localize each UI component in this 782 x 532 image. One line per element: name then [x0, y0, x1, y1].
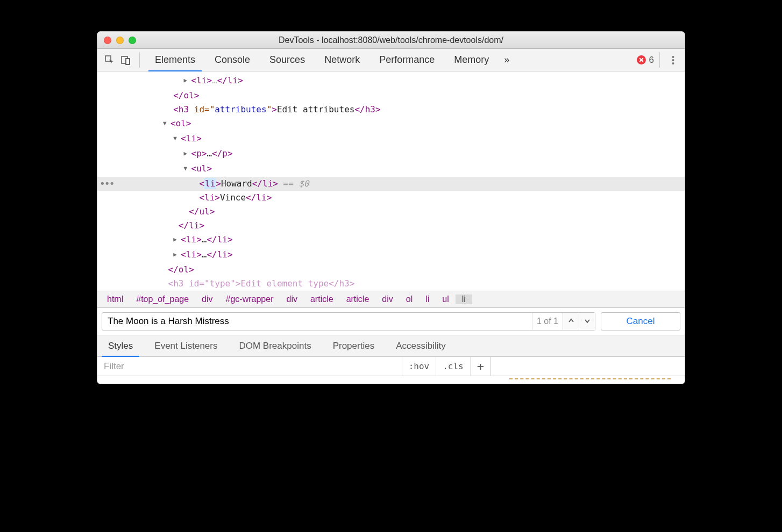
dom-tree[interactable]: <li>…</li> </ol> <h3 id="attributes">Edi…	[97, 71, 685, 291]
svg-rect-2	[126, 59, 130, 64]
tab-network[interactable]: Network	[315, 49, 369, 71]
dom-row[interactable]: <ul>	[97, 162, 685, 177]
main-toolbar: Elements Console Sources Network Perform…	[97, 49, 685, 71]
window-titlebar: DevTools - localhost:8080/web/tools/chro…	[97, 32, 685, 49]
dom-row[interactable]: <ol>	[97, 117, 685, 132]
styles-toolbar: :hov .cls +	[97, 357, 685, 376]
crumb-html[interactable]: html	[101, 294, 130, 304]
toolbar-divider-right	[659, 52, 660, 68]
search-input[interactable]	[102, 316, 532, 327]
toolbar-divider	[139, 52, 140, 68]
traffic-lights	[104, 37, 136, 44]
crumb-div-3[interactable]: div	[375, 294, 399, 304]
error-icon	[637, 55, 646, 64]
selected-overflow-icon[interactable]: •••	[99, 177, 114, 191]
minimize-window-button[interactable]	[116, 37, 124, 44]
dom-row[interactable]: </ol>	[97, 263, 685, 277]
new-style-rule-button[interactable]: +	[470, 357, 490, 376]
window-title: DevTools - localhost:8080/web/tools/chro…	[97, 35, 685, 45]
styles-sidebar-gap	[491, 357, 685, 376]
dom-row[interactable]: <li>	[97, 132, 685, 147]
subtab-event-listeners[interactable]: Event Listeners	[144, 335, 228, 356]
crumb-div[interactable]: div	[195, 294, 219, 304]
crumb-li[interactable]: li	[419, 294, 436, 304]
dom-row[interactable]: <p>…</p>	[97, 147, 685, 162]
inspect-element-icon[interactable]	[102, 49, 118, 71]
search-next-button[interactable]	[579, 313, 595, 330]
tab-sources[interactable]: Sources	[260, 49, 315, 71]
crumb-ol[interactable]: ol	[400, 294, 419, 304]
search-box: 1 of 1	[102, 312, 595, 330]
devtools-window: DevTools - localhost:8080/web/tools/chro…	[97, 31, 685, 384]
tab-memory[interactable]: Memory	[444, 49, 499, 71]
dom-row[interactable]: <h3 id="type">Edit element type</h3>	[97, 277, 685, 291]
subtab-properties[interactable]: Properties	[322, 335, 385, 356]
dom-row[interactable]: <h3 id="attributes">Edit attributes</h3>	[97, 103, 685, 117]
crumb-top-of-page[interactable]: #top_of_page	[130, 294, 195, 304]
dom-row[interactable]: </li>	[97, 219, 685, 233]
dom-row[interactable]: </ol>	[97, 89, 685, 103]
svg-point-5	[672, 59, 674, 61]
tab-performance[interactable]: Performance	[369, 49, 444, 71]
error-counter[interactable]: 6	[637, 49, 654, 71]
error-count: 6	[649, 55, 654, 66]
crumb-article[interactable]: article	[304, 294, 340, 304]
box-model-margin-edge	[509, 378, 671, 380]
svg-point-6	[672, 62, 674, 64]
search-result-count: 1 of 1	[532, 313, 563, 330]
device-toolbar-icon[interactable]	[118, 49, 134, 71]
toggle-classes-button[interactable]: .cls	[436, 357, 470, 376]
zoom-window-button[interactable]	[129, 37, 136, 44]
crumb-article-2[interactable]: article	[340, 294, 376, 304]
box-model-peek	[97, 376, 685, 384]
tabs-overflow-button[interactable]: »	[499, 49, 515, 71]
search-prev-button[interactable]	[563, 313, 579, 330]
dom-row[interactable]: </ul>	[97, 205, 685, 219]
dom-row-selected[interactable]: ••• <li>Howard</li> == $0	[97, 177, 685, 191]
tab-console[interactable]: Console	[205, 49, 260, 71]
crumb-div-2[interactable]: div	[280, 294, 304, 304]
subtab-styles[interactable]: Styles	[97, 335, 144, 356]
dom-row[interactable]: <li>Vince</li>	[97, 191, 685, 205]
subtab-dom-breakpoints[interactable]: DOM Breakpoints	[228, 335, 322, 356]
crumb-li-selected[interactable]: li	[456, 294, 472, 304]
search-cancel-button[interactable]: Cancel	[601, 312, 680, 330]
crumb-gc-wrapper[interactable]: #gc-wrapper	[219, 294, 280, 304]
dom-row[interactable]: <li>…</li>	[97, 233, 685, 248]
close-window-button[interactable]	[104, 37, 111, 44]
breadcrumb: html #top_of_page div #gc-wrapper div ar…	[97, 291, 685, 308]
crumb-ul[interactable]: ul	[436, 294, 455, 304]
subtab-accessibility[interactable]: Accessibility	[385, 335, 457, 356]
dom-row[interactable]: <li>…</li>	[97, 74, 685, 89]
svg-point-4	[672, 56, 674, 58]
settings-menu-icon[interactable]	[665, 49, 680, 71]
search-bar: 1 of 1 Cancel	[97, 308, 685, 335]
styles-pane-tabs: Styles Event Listeners DOM Breakpoints P…	[97, 335, 685, 357]
styles-filter-input[interactable]	[97, 357, 377, 376]
dom-row[interactable]: <li>…</li>	[97, 248, 685, 263]
tab-elements[interactable]: Elements	[145, 49, 205, 71]
toggle-hover-state-button[interactable]: :hov	[402, 357, 436, 376]
